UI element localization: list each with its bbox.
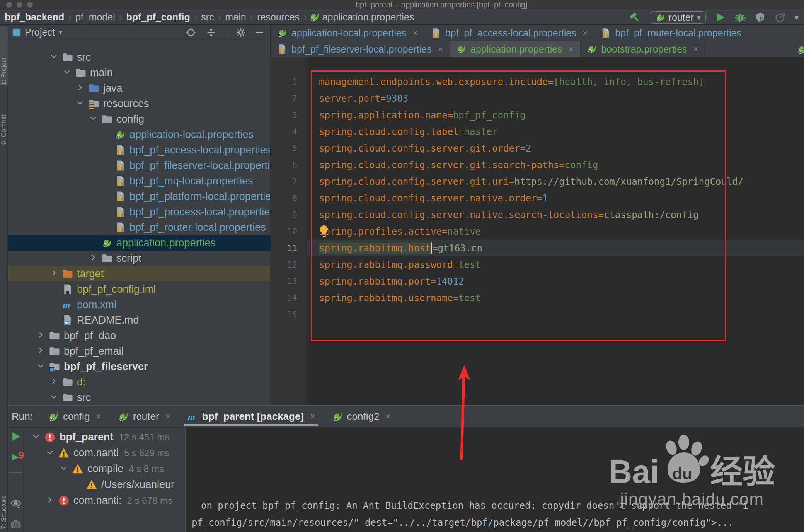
collapse-all-icon[interactable] <box>206 27 216 38</box>
chevron-down-icon[interactable] <box>36 361 49 372</box>
tab-close-icon[interactable]: × <box>693 44 698 55</box>
run-tree-item-com-nanti[interactable]: com.nanti:2 s 678 ms <box>24 493 185 508</box>
code-line[interactable]: 14spring.rabbitmq.username=test <box>271 290 804 306</box>
project-panel-title[interactable]: Project <box>25 27 55 38</box>
chevron-right-icon[interactable] <box>49 376 62 388</box>
tab-close-icon[interactable]: × <box>96 411 101 422</box>
tree-item-pom-xml[interactable]: mpom.xml <box>8 297 270 312</box>
code-line[interactable]: 15 <box>271 306 804 323</box>
run-tab-config[interactable]: config× <box>44 406 105 427</box>
tree-item-bpf-pf-config-iml[interactable]: bpf_pf_config.iml <box>8 281 270 297</box>
code-line[interactable]: 7spring.cloud.config.server.git.uri=http… <box>271 173 804 190</box>
tree-item-application-local-properties[interactable]: application-local.properties <box>8 127 270 142</box>
rerun-failed-button[interactable]: 9 <box>10 452 22 463</box>
chevron-down-icon[interactable] <box>45 447 58 459</box>
breadcrumb-item-bpf-pf-config[interactable]: bpf_pf_config <box>126 12 190 23</box>
run-button[interactable] <box>714 12 726 23</box>
profiler-icon[interactable] <box>775 12 786 23</box>
chevron-down-icon[interactable] <box>49 392 62 403</box>
settings-gear-icon[interactable] <box>235 27 246 38</box>
code-line[interactable]: 10spring.profiles.active=native <box>271 223 804 240</box>
select-opened-file-icon[interactable] <box>186 27 196 38</box>
tab-close-icon[interactable]: × <box>165 411 170 422</box>
tree-item-application-properties[interactable]: application.properties <box>8 235 270 251</box>
tool-window-structure-button[interactable]: 7: Structure <box>0 471 8 529</box>
tree-item-readme-md[interactable]: MDREADME.md <box>8 312 270 328</box>
tool-window-project-button[interactable]: 1: Project <box>0 27 8 85</box>
tab-close-icon[interactable]: × <box>569 44 574 55</box>
chevron-down-icon[interactable] <box>88 113 101 125</box>
run-tree-item-compile[interactable]: compile4 s 8 ms <box>24 461 185 477</box>
run-tree-item-bpf-parent[interactable]: bpf_parent12 s 451 ms <box>24 429 185 445</box>
tree-item-bpf-pf-fileserver[interactable]: bpf_pf_fileserver <box>8 359 270 374</box>
minimize-window-button[interactable] <box>17 2 22 8</box>
tree-item-bpf-pf-access-local-properties[interactable]: bpf_pf_access-local.properties <box>8 142 270 158</box>
screenshot-camera-icon[interactable] <box>10 518 22 530</box>
tree-item-config[interactable]: config <box>8 111 270 127</box>
chevron-right-icon[interactable] <box>36 330 49 341</box>
tree-item-bpf-pf-mq-local-properties[interactable]: bpf_pf_mq-local.properties <box>8 173 270 189</box>
debug-bug-icon[interactable] <box>734 12 746 23</box>
tree-item-src[interactable]: src <box>8 49 270 65</box>
code-line[interactable]: 12spring.rabbitmq.password=test <box>271 256 804 273</box>
stop-button[interactable] <box>10 477 22 489</box>
code-line[interactable]: 8spring.cloud.config.server.native.order… <box>271 190 804 206</box>
chevron-right-icon[interactable] <box>75 82 88 94</box>
chevron-down-icon[interactable] <box>31 431 44 443</box>
editor-tab-bootstrap-properties[interactable]: bootstrap.properties× <box>580 41 705 57</box>
tree-item-resources[interactable]: resources <box>8 96 270 111</box>
chevron-down-icon[interactable] <box>75 98 88 109</box>
editor-tab-bpf-pf-fileserver-local-properties[interactable]: bpf_pf_fileserver-local.properties× <box>271 41 450 57</box>
tree-item-bpf-pf-router-local-properties[interactable]: bpf_pf_router-local.properties <box>8 220 270 235</box>
tree-item-target[interactable]: target <box>8 266 270 281</box>
zoom-window-button[interactable] <box>27 2 33 8</box>
tree-item-main[interactable]: main <box>8 65 270 80</box>
code-line[interactable]: 9spring.cloud.config.server.native.searc… <box>271 206 804 223</box>
tab-close-icon[interactable]: × <box>583 28 588 38</box>
run-tab-config2[interactable]: config2× <box>328 406 395 427</box>
chevron-down-icon[interactable] <box>62 67 75 78</box>
code-line[interactable]: 4spring.cloud.config.label=master <box>271 123 804 140</box>
chevron-right-icon[interactable] <box>45 495 58 506</box>
tree-item-d[interactable]: d: <box>8 374 270 390</box>
breadcrumb-item-src[interactable]: src <box>201 12 214 23</box>
code-line[interactable]: 3spring.application.name=bpf_pf_config <box>271 107 804 123</box>
tab-close-icon[interactable]: × <box>385 411 390 422</box>
run-tree-item-com-nanti[interactable]: com.nanti5 s 629 ms <box>24 445 185 461</box>
show-passed-eye-icon[interactable] <box>10 498 22 510</box>
chevron-down-icon[interactable]: ▾ <box>59 28 63 37</box>
intention-bulb-icon[interactable] <box>317 224 330 240</box>
run-console[interactable]: on project bpf_pf_config: An Ant BuildEx… <box>186 428 804 532</box>
tree-item-src[interactable]: src <box>8 390 270 405</box>
run-tab-router[interactable]: router× <box>114 406 174 427</box>
editor-tab-bpf-pf-access-local-properties[interactable]: bpf_pf_access-local.properties× <box>424 25 594 41</box>
tool-window-commit-button[interactable]: 0: Commit <box>0 90 8 145</box>
tree-item-bpf-pf-dao[interactable]: bpf_pf_dao <box>8 328 270 343</box>
code-line[interactable]: 1management.endpoints.web.exposure.inclu… <box>271 73 804 90</box>
chevron-down-icon[interactable] <box>59 463 72 475</box>
tree-item-bpf-pf-platform-local-properties[interactable]: bpf_pf_platform-local.properties <box>8 189 270 204</box>
chevron-right-icon[interactable] <box>88 252 101 264</box>
breadcrumb-item-resources[interactable]: resources <box>257 12 300 23</box>
tree-item-bpf-pf-email[interactable]: bpf_pf_email <box>8 343 270 359</box>
tab-close-icon[interactable]: × <box>310 411 315 422</box>
run-with-coverage-icon[interactable] <box>755 12 766 23</box>
close-window-button[interactable] <box>6 2 12 8</box>
code-line[interactable]: 6spring.cloud.config.server.git.search-p… <box>271 157 804 173</box>
tree-item-java[interactable]: java <box>8 80 270 96</box>
breadcrumb-item-main[interactable]: main <box>225 12 246 23</box>
code-line[interactable]: 2server.port=9303 <box>271 90 804 107</box>
editor-tab-application-properties[interactable]: application.properties× <box>450 41 580 57</box>
hide-panel-icon[interactable] <box>256 32 263 33</box>
run-tab-bpf-parent-package[interactable]: mbpf_parent [package]× <box>183 406 319 427</box>
chevron-right-icon[interactable] <box>36 345 49 357</box>
run-tree-item-users-xuanleur[interactable]: /Users/xuanleur <box>24 477 185 493</box>
chevron-right-icon[interactable] <box>49 268 62 280</box>
tab-close-icon[interactable]: × <box>438 44 443 55</box>
breadcrumb-item-bpf-backend[interactable]: bpf_backend <box>5 12 64 23</box>
editor-tab-application-local-properties[interactable]: application-local.properties× <box>271 25 424 41</box>
breadcrumb-item-application-properties[interactable]: application.properties <box>322 12 414 23</box>
rerun-button[interactable] <box>10 431 22 442</box>
breadcrumb-item-pf-model[interactable]: pf_model <box>75 12 115 23</box>
code-line[interactable]: 11spring.rabbitmq.host=gt163.cn <box>271 240 804 256</box>
